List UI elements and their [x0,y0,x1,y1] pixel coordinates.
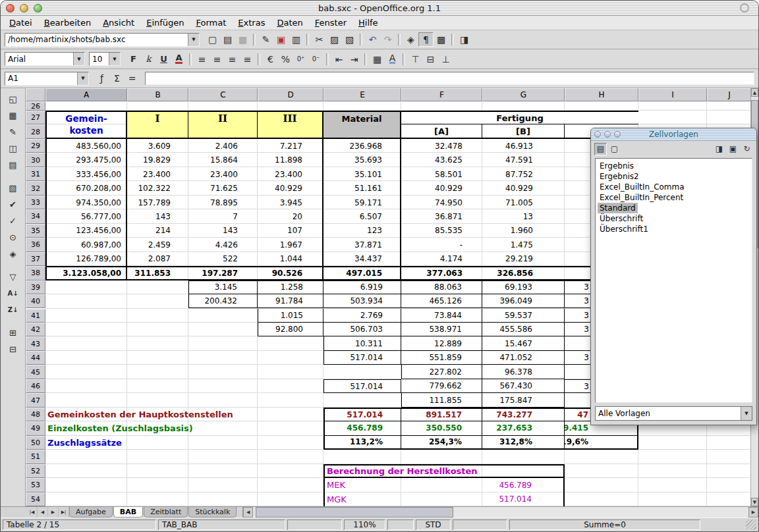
cell-D35[interactable]: 107 [258,224,323,238]
cell-G32[interactable]: 40.929 [482,181,565,195]
row-header-40[interactable]: 40 [26,294,45,308]
cell-E54[interactable]: MGK [323,492,401,506]
column-header-A[interactable]: A [45,88,127,101]
cell-A33[interactable]: 974.350,00 [45,196,127,209]
close-button[interactable] [6,4,14,13]
align-justify-icon[interactable]: ≡ [240,52,255,66]
cell-C30[interactable]: 15.864 [188,153,258,167]
scroll-up-button[interactable]: ▲ [751,88,758,97]
cell-E37[interactable]: 34.437 [323,252,401,266]
column-header-I[interactable]: I [638,88,707,101]
row-header-38[interactable]: 38 [26,266,45,280]
stylist-minimize-button[interactable] [604,131,611,138]
scroll-right-button[interactable]: ▶ [748,507,758,518]
cell-G43[interactable]: 15.467 [482,336,565,350]
row-header-53[interactable]: 53 [26,478,45,492]
status-spacer-3[interactable] [453,519,507,530]
cell-C35[interactable]: 143 [188,224,258,238]
row-header-51[interactable]: 51 [26,450,45,464]
new-document-icon[interactable]: ▢ [205,32,220,47]
cell-E46[interactable]: 517.014 [323,379,401,393]
cell-A30[interactable]: 293.475,00 [45,153,127,167]
font-name-combobox[interactable]: Arial ▼ [5,52,85,66]
row-header-50[interactable]: 50 [26,436,45,450]
row-header-33[interactable]: 33 [26,196,45,209]
cell-F45[interactable]: 227.802 [401,365,482,379]
navigator-icon[interactable]: ◈ [5,246,22,261]
row-header-47[interactable]: 47 [26,393,45,407]
cell-A49[interactable]: Einzelkosten (Zuschlagsbasis) [45,421,323,435]
cell-A36[interactable]: 60.987,00 [45,238,127,252]
cell-F42[interactable]: 538.971 [401,323,482,336]
cell-G45[interactable]: 96.378 [482,365,565,379]
cell-E42[interactable]: 506.703 [323,323,401,336]
maximize-button[interactable] [34,4,42,13]
cell-D41[interactable]: 1.015 [258,309,323,323]
cell-G34[interactable]: 13 [482,209,565,223]
cell-B29[interactable]: 3.609 [127,139,188,153]
save-icon[interactable]: ▦ [235,32,250,47]
minimize-button[interactable] [20,4,28,13]
update-style-icon[interactable]: ↻ [741,143,753,155]
menu-einfgen[interactable]: Einfügen [140,17,190,28]
cell-D42[interactable]: 92.800 [258,323,323,336]
scroll-left-button[interactable]: ◀ [243,507,253,518]
next-sheet-button[interactable]: ▶ [48,507,59,518]
sheet-tab-zeitblatt[interactable]: Zeitblatt [144,507,188,518]
cell-G50[interactable]: 312,8% [482,436,565,450]
cell-D29[interactable]: 7.217 [258,139,323,153]
zoom-field[interactable]: 110% [344,519,385,530]
cell-G49[interactable]: 237.653 [482,421,565,435]
cell-F35[interactable]: 85.535 [401,224,482,238]
row-header-41[interactable]: 41 [26,309,45,323]
insert-mode-field[interactable]: STD [416,519,451,530]
cell-E50[interactable]: 113,2% [323,436,401,450]
page-styles-icon[interactable]: ▢ [608,143,621,155]
cell-F28[interactable]: [A] [401,124,482,138]
cell-A35[interactable]: 123.456,00 [45,224,127,238]
cell-B35[interactable]: 214 [127,224,188,238]
menu-format[interactable]: Format [190,17,233,28]
align-top-icon[interactable]: ⊤ [408,52,423,66]
cell-A34[interactable]: 56.777,00 [45,209,127,223]
cell-G41[interactable]: 59.537 [482,309,565,323]
stylist-titlebar[interactable]: Zellvorlagen [591,128,756,141]
insert-cells-icon[interactable]: ▦ [5,108,22,123]
row-header-44[interactable]: 44 [26,351,45,365]
cell-A38[interactable]: 3.123.058,00 [45,266,127,280]
row-header-48[interactable]: 48 [26,408,45,421]
paste-icon[interactable]: ▧ [342,32,357,47]
row-header-26[interactable]: 26 [26,101,45,111]
cell-G31[interactable]: 87.752 [482,167,565,181]
row-header-35[interactable]: 35 [26,224,45,238]
styles-filter-dropdown[interactable]: Alle Vorlagen ▼ [595,406,752,421]
cell-E31[interactable]: 35.101 [323,167,401,181]
cell-E38[interactable]: 497.015 [323,266,401,280]
autoformat-icon[interactable]: ▤ [5,157,22,173]
cell-C33[interactable]: 78.895 [188,196,258,209]
cell-D38[interactable]: 90.526 [258,266,323,280]
stylist-close-button[interactable] [594,131,601,138]
group-icon[interactable]: ⊞ [5,325,22,340]
url-dropdown-arrow[interactable]: ▼ [188,34,199,46]
style-item--berschrift[interactable]: Überschrift [598,213,645,224]
undo-icon[interactable]: ↶ [365,32,380,47]
cell-C34[interactable]: 7 [188,209,258,223]
cell-G47[interactable]: 175.847 [482,393,565,407]
sum-icon[interactable]: Σ [109,71,125,86]
row-header-54[interactable]: 54 [26,492,45,506]
column-header-F[interactable]: F [401,88,482,101]
cell-D39[interactable]: 1.258 [258,280,323,294]
cell-F33[interactable]: 74.950 [401,196,482,209]
row-header-45[interactable]: 45 [26,365,45,379]
column-header-J[interactable]: J [707,88,750,101]
cell-A37[interactable]: 126.789,00 [45,252,127,266]
sheet-tab-aufgabe[interactable]: Aufgabe [69,507,113,518]
row-header-49[interactable]: 49 [26,421,45,435]
url-combobox[interactable]: /home/martinix/shots/bab.sxc ▼ [5,33,200,47]
font-color-button[interactable]: A [171,52,186,66]
cell-G48[interactable]: 743.277 [482,408,565,421]
row-header-32[interactable]: 32 [26,181,45,195]
column-header-B[interactable]: B [127,88,188,101]
status-spacer-1[interactable] [287,519,342,530]
